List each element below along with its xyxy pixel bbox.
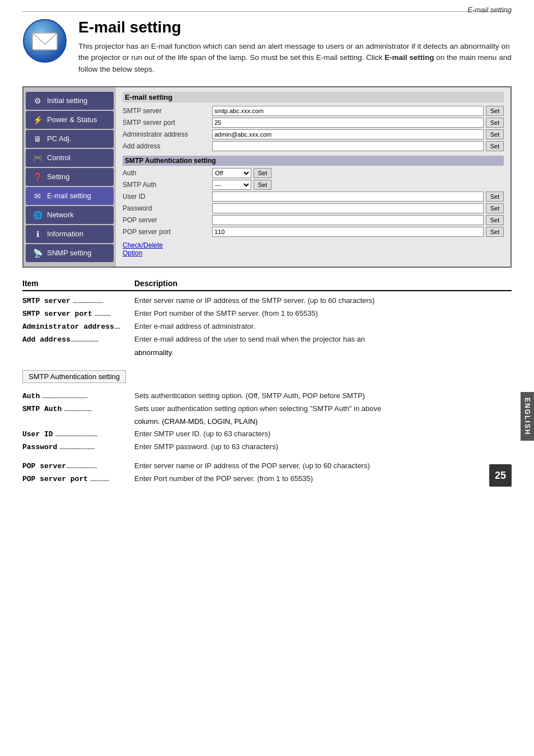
main-panel: E-mail setting SMTP server Set SMTP serv… (116, 87, 510, 267)
information-icon: ℹ (31, 228, 44, 240)
add-address-set-btn[interactable]: Set (486, 141, 504, 151)
smtp-auth-def: Sets user authentication setting option … (134, 404, 512, 414)
add-address-row: Add address Set (123, 141, 504, 151)
sidebar: ⚙ Initial setting ⚡ Power & Status 🖥 PC … (24, 87, 116, 267)
email-setting-panel-title: E-mail setting (123, 92, 504, 102)
smtp-auth-term: SMTP Auth ................... (22, 404, 134, 414)
ui-screenshot: ⚙ Initial setting ⚡ Power & Status 🖥 PC … (22, 86, 512, 268)
sidebar-item-information[interactable]: ℹ Information (26, 225, 114, 243)
smtp-port-label: SMTP server port (123, 119, 212, 127)
description-section: Item Description SMTP server ...........… (22, 279, 512, 484)
page-section-label: E-mail setting (467, 6, 512, 14)
smtp-port-input[interactable] (212, 118, 484, 128)
user-id-input[interactable] (212, 192, 484, 202)
check-delete-link[interactable]: Check/Delete (123, 241, 163, 249)
page-description: This projector has an E-mail function wh… (78, 41, 512, 75)
desc-admin-address: Administrator address.... Enter e-mail a… (22, 321, 512, 332)
admin-address-def: Enter e-mail address of administrator. (134, 321, 512, 332)
desc-user-id: User ID ............................. En… (22, 429, 512, 440)
desc-table-header: Item Description (22, 279, 512, 291)
user-id-term: User ID ............................. (22, 429, 134, 440)
smtp-auth-row: SMTP Auth --- CRAM-MD5 LOGIN PLAIN Set (123, 180, 504, 190)
add-address-input[interactable] (212, 141, 484, 151)
add-address-label: Add address (123, 142, 212, 150)
initial-setting-icon: ⚙ (31, 95, 44, 107)
auth-term: Auth ............................... (22, 391, 134, 402)
auth-label: Auth (123, 169, 212, 177)
smtp-port-def: Enter Port number of the SMTP server. (f… (134, 309, 512, 319)
power-status-icon: ⚡ (31, 114, 44, 126)
sidebar-item-label: Power & Status (47, 115, 97, 124)
smtp-port-term: SMTP server port ........... (22, 309, 134, 319)
pop-server-port-label: POP server port (123, 228, 212, 236)
user-id-label: User ID (123, 193, 212, 200)
sidebar-item-label: Control (47, 153, 71, 162)
email-setting-icon (22, 18, 67, 63)
add-address-cont: abnormality. (134, 348, 512, 358)
sidebar-item-label: Network (47, 211, 74, 219)
sidebar-item-snmp-setting[interactable]: 📡 SNMP setting (26, 244, 114, 262)
auth-set-btn[interactable]: Set (254, 168, 271, 178)
admin-address-row: Administrator address Set (123, 129, 504, 139)
sidebar-item-control[interactable]: 🎮 Control (26, 149, 114, 167)
desc-password: Password ........................ Enter … (22, 442, 512, 452)
add-address-term: Add address................... (22, 334, 134, 345)
sidebar-item-label: E-mail setting (47, 192, 91, 200)
pop-server-set-btn[interactable]: Set (486, 215, 504, 225)
sidebar-item-label: Information (47, 230, 83, 238)
col-description-header: Description (134, 279, 177, 288)
sidebar-item-email-setting[interactable]: ✉ E-mail setting (26, 187, 114, 205)
password-label: Password (123, 204, 212, 212)
admin-address-term: Administrator address.... (22, 321, 134, 332)
snmp-icon: 📡 (31, 247, 44, 259)
desc-auth: Auth ............................... Set… (22, 391, 512, 402)
setting-icon: ❓ (31, 171, 44, 183)
password-row: Password Set (123, 203, 504, 213)
smtp-auth-cont: column. (CRAM-MD5, LOGIN, PLAIN) (134, 417, 512, 427)
desc-pop-port: POP server port ............. Enter Port… (22, 474, 512, 484)
user-id-def: Enter SMTP user ID. (up to 63 characters… (134, 429, 512, 440)
option-link[interactable]: Option (123, 249, 142, 257)
sidebar-item-label: PC Adj. (47, 134, 71, 143)
smtp-auth-set-btn[interactable]: Set (254, 180, 271, 190)
page-title: E-mail setting (78, 18, 512, 36)
smtp-auth-select[interactable]: --- CRAM-MD5 LOGIN PLAIN (212, 180, 251, 190)
user-id-set-btn[interactable]: Set (486, 192, 504, 202)
pc-adj-icon: 🖥 (31, 133, 44, 145)
auth-def: Sets authentication setting option. (Off… (134, 391, 512, 402)
add-address-def: Enter e-mail address of the user to send… (134, 334, 512, 345)
auth-select[interactable]: Off SMTP Auth POP before SMTP (212, 168, 251, 178)
password-term: Password ........................ (22, 442, 134, 452)
password-def: Enter SMTP password. (up to 63 character… (134, 442, 512, 452)
smtp-port-set-btn[interactable]: Set (486, 118, 504, 128)
pop-port-def: Enter Port number of the POP server. (fr… (134, 474, 512, 484)
sidebar-item-label: Setting (47, 172, 69, 181)
pop-server-port-input[interactable] (212, 227, 484, 237)
desc-add-address: Add address................... Enter e-m… (22, 334, 512, 345)
pop-server-row: POP server Set (123, 215, 504, 225)
smtp-auth-label: SMTP Auth (123, 181, 212, 189)
network-icon: 🌐 (31, 209, 44, 221)
col-item-header: Item (22, 279, 134, 288)
sidebar-item-label: SNMP setting (47, 249, 91, 257)
admin-address-input[interactable] (212, 129, 484, 139)
smtp-auth-title: SMTP Authentication setting (123, 156, 504, 166)
pop-server-port-set-btn[interactable]: Set (486, 227, 504, 237)
sidebar-item-pc-adj[interactable]: 🖥 PC Adj. (26, 130, 114, 148)
smtp-server-set-btn[interactable]: Set (486, 106, 504, 116)
user-id-row: User ID Set (123, 192, 504, 202)
sidebar-item-network[interactable]: 🌐 Network (26, 206, 114, 224)
desc-smtp-server: SMTP server ..................... Enter … (22, 296, 512, 306)
svg-rect-1 (32, 33, 57, 50)
sidebar-item-power-status[interactable]: ⚡ Power & Status (26, 111, 114, 129)
smtp-server-input[interactable] (212, 106, 484, 116)
password-input[interactable] (212, 203, 484, 213)
sidebar-item-initial-setting[interactable]: ⚙ Initial setting (26, 92, 114, 110)
pop-port-term: POP server port ............. (22, 474, 134, 484)
password-set-btn[interactable]: Set (486, 203, 504, 213)
pop-server-input[interactable] (212, 215, 484, 225)
admin-address-set-btn[interactable]: Set (486, 129, 504, 139)
pop-server-term: POP server..................... (22, 461, 134, 472)
sidebar-item-setting[interactable]: ❓ Setting (26, 168, 114, 186)
smtp-server-def: Enter server name or IP address of the S… (134, 296, 512, 306)
